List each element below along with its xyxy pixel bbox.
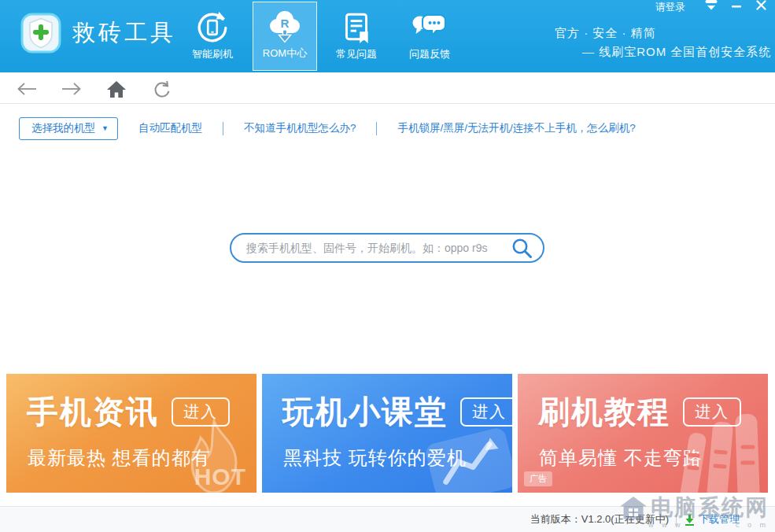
enter-button[interactable]: 进入 <box>683 397 741 427</box>
banner-subtitle: 简单易懂 不走弯路 <box>539 445 768 471</box>
select-model-dropdown[interactable]: 选择我的机型 ▼ <box>19 117 118 140</box>
auto-match-link[interactable]: 自动匹配机型 <box>138 121 202 135</box>
app-logo: 救砖工具 <box>20 13 176 54</box>
nav-label-smart-flash: 智能刷机 <box>192 47 233 61</box>
svg-text:R: R <box>281 16 290 29</box>
banner-head: 手机资讯 进入 <box>27 390 256 434</box>
rom-cloud-icon: R <box>266 6 304 46</box>
shield-logo-icon <box>20 13 61 54</box>
download-manager-link[interactable]: 下载管理 <box>684 512 740 526</box>
enter-button[interactable]: 进入 <box>172 397 230 427</box>
banner-title: 玩机小课堂 <box>282 390 448 434</box>
smart-flash-icon <box>195 7 230 47</box>
app-title: 救砖工具 <box>72 17 176 49</box>
feedback-chat-icon <box>411 7 448 47</box>
unknown-model-link[interactable]: 不知道手机机型怎么办? <box>244 121 356 135</box>
login-link[interactable]: 请登录 <box>655 1 685 14</box>
search-box <box>230 233 544 263</box>
enter-button[interactable]: 进入 <box>460 397 512 427</box>
refresh-icon[interactable] <box>151 79 172 99</box>
separator <box>223 122 223 135</box>
hot-watermark-text: HOT <box>194 464 246 490</box>
separator <box>376 122 377 135</box>
nav-label-faq: 常见问题 <box>336 47 377 61</box>
download-icon <box>684 513 696 526</box>
banner-flash-tutorial[interactable]: 刷机教程 进入 简单易懂 不走弯路 广告 <box>518 374 768 493</box>
banner-phone-news[interactable]: 手机资讯 进入 最新最热 想看的都有 HOT <box>6 374 256 493</box>
separator <box>676 514 677 526</box>
banner-head: 玩机小课堂 进入 <box>282 390 512 434</box>
select-model-label: 选择我的机型 <box>31 121 95 135</box>
banner-subtitle: 黑科技 玩转你的爱机 <box>283 445 512 471</box>
status-bar: 当前版本：V1.2.0(正在更新中) 下载管理 <box>0 506 775 532</box>
header-slogan-1: 官方 · 安全 · 精简 <box>555 26 656 41</box>
minimize-icon[interactable] <box>731 0 742 9</box>
forward-icon[interactable] <box>61 79 82 99</box>
version-text: 当前版本：V1.2.0(正在更新中) <box>530 512 669 526</box>
banner-title: 刷机教程 <box>538 390 670 434</box>
model-filter-bar: 选择我的机型 ▼ 自动匹配机型 不知道手机机型怎么办? 手机锁屏/黑屏/无法开机… <box>19 116 636 140</box>
home-icon[interactable] <box>106 79 127 99</box>
nav-item-rom-center[interactable]: R ROM中心 <box>253 2 317 71</box>
banner-title: 手机资讯 <box>27 390 159 434</box>
ad-badge: 广告 <box>524 471 552 486</box>
nav-label-rom-center: ROM中心 <box>263 46 307 61</box>
banner-play-classroom[interactable]: 玩机小课堂 进入 黑科技 玩转你的爱机 <box>262 374 512 493</box>
header-slogan-2: — 线刷宝ROM 全国首创安全系统 <box>582 45 771 60</box>
browser-toolbar <box>0 72 775 104</box>
nav-label-feedback: 问题反馈 <box>409 47 450 61</box>
banner-head: 刷机教程 进入 <box>538 390 768 434</box>
close-icon[interactable] <box>756 0 766 10</box>
search-input[interactable] <box>231 236 511 260</box>
app-header: 救砖工具 智能刷机 R ROM中心 <box>0 0 775 72</box>
search-icon[interactable] <box>511 238 533 259</box>
back-icon[interactable] <box>17 79 37 99</box>
faq-doc-icon <box>341 7 372 47</box>
download-manager-label: 下载管理 <box>699 512 740 526</box>
menu-dropdown-icon[interactable] <box>704 0 718 11</box>
nav-item-feedback[interactable]: 问题反馈 <box>400 0 459 72</box>
nav-item-smart-flash[interactable]: 智能刷机 <box>183 0 242 72</box>
nav-item-faq[interactable]: 常见问题 <box>327 0 386 72</box>
chevron-down-icon: ▼ <box>101 124 109 132</box>
locked-phone-help-link[interactable]: 手机锁屏/黑屏/无法开机/连接不上手机，怎么刷机? <box>397 121 635 135</box>
